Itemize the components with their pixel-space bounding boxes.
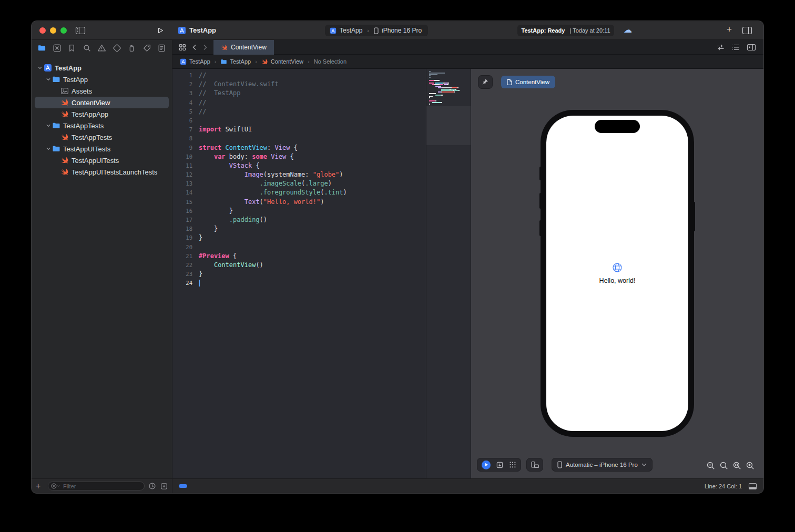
add-editor-icon[interactable] — [747, 44, 756, 51]
preview-tab-label: ContentView — [515, 79, 549, 85]
sidebar-item-testappuitestslaunchtests[interactable]: TestAppUITestsLaunchTests — [35, 166, 169, 178]
breadcrumb-no-selection[interactable]: No Selection — [314, 58, 346, 65]
add-button[interactable]: + — [723, 24, 735, 35]
breadcrumb-contentview[interactable]: ContentView — [261, 58, 303, 65]
disclosure-chevron-icon[interactable] — [36, 65, 44, 70]
minimap-toggle-icon[interactable] — [731, 44, 740, 50]
breadcrumb-testapp[interactable]: TestApp — [220, 58, 251, 65]
bookmarks-navigator-icon[interactable] — [67, 44, 76, 53]
swift-icon — [60, 110, 69, 118]
minimap-viewport[interactable] — [426, 106, 471, 145]
line-number: 5 — [172, 107, 192, 116]
filter-options-icon[interactable] — [160, 483, 168, 490]
sidebar-item-testappuitests[interactable]: TestAppUITests — [35, 155, 169, 166]
hello-world-text: Hello, world! — [599, 277, 636, 284]
tab-contentview[interactable]: ContentView — [213, 40, 274, 55]
debug-area-toggle-icon[interactable] — [748, 483, 757, 490]
dynamic-island — [595, 120, 640, 133]
forward-button[interactable] — [203, 44, 207, 50]
disclosure-chevron-icon[interactable] — [44, 77, 52, 82]
minimap-line — [429, 74, 437, 75]
minimap[interactable] — [426, 69, 471, 478]
selectable-mode-icon[interactable] — [496, 461, 504, 469]
sidebar-item-contentview[interactable]: ContentView — [35, 97, 169, 108]
tree-indent — [53, 158, 60, 163]
sidebar-item-testappapp[interactable]: TestAppApp — [35, 108, 169, 120]
line-number: 8 — [172, 134, 192, 143]
add-file-button[interactable]: + — [36, 482, 44, 491]
minimap-line — [429, 100, 436, 101]
disclosure-chevron-icon[interactable] — [44, 146, 52, 151]
chevron-down-icon — [641, 463, 647, 466]
document-icon — [507, 79, 512, 86]
scheme-selector[interactable]: TestApp › iPhone 16 Pro — [325, 25, 428, 36]
filter-field[interactable]: Filter — [48, 482, 145, 490]
zoom-in-icon[interactable] — [745, 460, 756, 472]
source-editor[interactable]: 1//2// ContentView.swift3// TestApp4//5/… — [172, 69, 471, 478]
folder-icon — [52, 145, 60, 153]
minimap-line — [429, 80, 440, 81]
xcode-window: TestApp TestApp › iPhone 16 Pro TestApp:… — [32, 21, 763, 493]
debug-navigator-icon[interactable] — [127, 44, 136, 53]
minimap-line — [429, 95, 443, 96]
line-number: 13 — [172, 179, 192, 188]
breadcrumb-testapp[interactable]: TestApp — [180, 58, 210, 65]
preview-canvas: ContentView Hello, world! — [471, 69, 763, 478]
jump-bar: TestApp›TestApp›ContentView›No Selection — [172, 55, 763, 69]
iphone-preview-device: Hello, world! — [541, 110, 694, 437]
device-settings-button[interactable] — [526, 458, 543, 472]
zoom-button[interactable] — [60, 27, 67, 34]
preview-tab-contentview[interactable]: ContentView — [501, 76, 555, 88]
find-navigator-icon[interactable] — [83, 44, 91, 53]
sidebar-toggle-icon[interactable] — [75, 26, 86, 35]
line-number: 21 — [172, 252, 192, 261]
sidebar-item-testapp[interactable]: TestApp — [35, 62, 169, 74]
run-button[interactable] — [155, 26, 166, 35]
project-tree: TestAppTestAppAssetsContentViewTestAppAp… — [32, 62, 172, 178]
swift-icon — [60, 168, 69, 176]
tree-indent — [53, 169, 60, 175]
breadcrumb-label: TestApp — [189, 58, 210, 65]
back-button[interactable] — [192, 44, 197, 50]
split-editor-icon[interactable] — [741, 26, 753, 35]
scheme-separator: › — [365, 27, 371, 34]
minimap-line — [429, 71, 431, 72]
source-control-navigator-icon[interactable] — [53, 44, 62, 53]
sidebar-item-testapp[interactable]: TestApp — [35, 74, 169, 85]
assets-icon — [60, 87, 69, 95]
variants-grid-icon[interactable] — [509, 461, 516, 468]
zoom-out-icon[interactable] — [705, 460, 717, 472]
project-navigator-icon[interactable] — [37, 44, 46, 53]
navigator-filter-bar: + Filter — [32, 479, 172, 493]
tests-navigator-icon[interactable] — [113, 44, 121, 53]
line-number: 11 — [172, 161, 192, 170]
related-items-icon[interactable] — [179, 44, 186, 51]
project-icon — [44, 64, 52, 72]
sidebar-item-testappuitests[interactable]: TestAppUITests — [35, 143, 169, 155]
preview-device-menu[interactable]: Automatic – iPhone 16 Pro — [552, 458, 653, 472]
adjust-editor-icon[interactable] — [716, 44, 725, 50]
zoom-actual-icon[interactable] — [718, 460, 730, 472]
titlebar: TestApp TestApp › iPhone 16 Pro TestApp:… — [32, 21, 763, 40]
pin-preview-button[interactable] — [478, 75, 493, 89]
close-button[interactable] — [39, 27, 46, 34]
folder-icon — [52, 75, 60, 84]
breakpoints-navigator-icon[interactable] — [142, 44, 151, 53]
sidebar-item-assets[interactable]: Assets — [35, 85, 169, 97]
sidebar-item-label: TestAppTests — [63, 122, 104, 130]
navigator-sidebar: TestAppTestAppAssetsContentViewTestAppAp… — [32, 40, 172, 478]
reports-navigator-icon[interactable] — [157, 44, 166, 53]
sidebar-item-testapptests[interactable]: TestAppTests — [35, 131, 169, 143]
text-cursor — [199, 280, 200, 287]
recent-files-icon[interactable] — [148, 482, 156, 490]
zoom-fit-icon[interactable] — [731, 460, 743, 472]
tab-label: ContentView — [231, 44, 267, 51]
traffic-lights — [39, 27, 67, 34]
device-screen[interactable]: Hello, world! — [546, 116, 688, 431]
live-preview-button[interactable] — [482, 461, 491, 469]
tree-indent — [53, 100, 60, 105]
sidebar-item-testapptests[interactable]: TestAppTests — [35, 120, 169, 131]
disclosure-chevron-icon[interactable] — [44, 123, 52, 128]
minimize-button[interactable] — [50, 27, 56, 34]
issues-navigator-icon[interactable] — [97, 44, 106, 53]
